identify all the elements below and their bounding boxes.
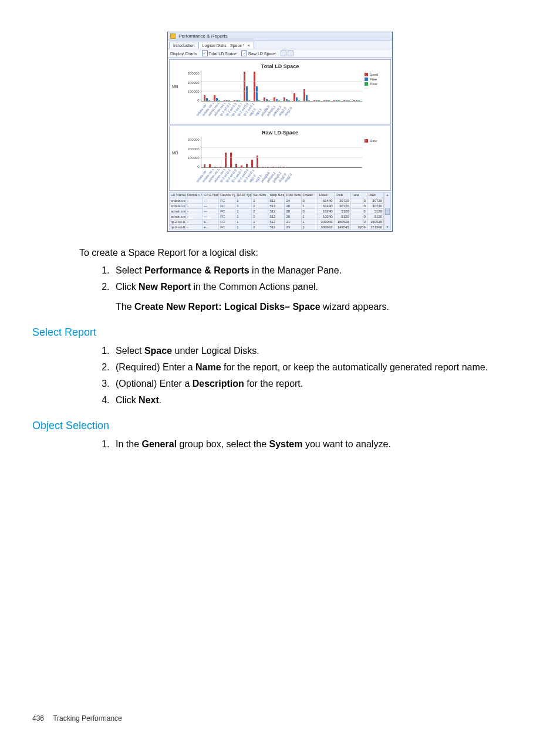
heading-object-selection: Object Selection [32,418,528,434]
app-window: Performance & Reports Introduction Logic… [167,32,393,232]
table-row[interactable]: srdata.usr.0----FC1251224061440307200307… [170,198,384,203]
checkbox-label: Total LD Space [209,52,237,56]
window-title: Performance & Reports [178,33,228,39]
table-row[interactable]: tp-2-sd-0.3-e...FC1251223130096314954532… [170,224,384,229]
scroll-up-icon[interactable]: ▲ [386,193,389,197]
list-item: Select Performance & Reports in the Mana… [112,264,528,278]
y-axis-label: MB [172,85,178,89]
chart-raw-ld-space: Raw LD Space MB 300000 200000 100000 0 R… [169,126,391,191]
document-body: To create a Space Report for a logical d… [79,246,528,451]
table-row[interactable]: srdata.usr.1----FC1251220161440307200307… [170,203,384,208]
tab-strip: Introduction Logical Disks - Space * × [168,40,392,49]
vertical-scrollbar[interactable]: ▲ ▼ [384,192,391,230]
table-row[interactable]: admin.usr.1----FC1251220110240512005120 [170,214,384,219]
chart-title: Raw LD Space [172,130,388,136]
tab-label: Introduction [173,43,195,48]
bar-plot [201,137,363,168]
checkbox-icon: ✓ [241,50,247,56]
app-icon [170,33,176,39]
chart-options-row: Display Charts ✓Total LD Space ✓Raw LD S… [168,49,392,58]
scroll-thumb[interactable] [385,208,390,215]
page-number: 436 [32,714,44,723]
window-titlebar: Performance & Reports [168,32,392,40]
checkbox-raw-ld-space[interactable]: ✓Raw LD Space [241,50,276,56]
tab-logical-disks-space[interactable]: Logical Disks - Space * × [198,42,254,49]
y-axis-ticks: 300000 200000 100000 0 [178,137,201,168]
legend-item: Free [370,77,377,81]
legend: Raw [362,137,388,168]
steps-list-select-report: Select Space under Logical Disks. (Requi… [79,344,528,407]
table-row[interactable]: tp-2-sd-0.2-e...FC1251221130105615052801… [170,219,384,224]
bar-plot [201,70,363,102]
y-axis-label: MB [172,151,178,155]
list-item: Click New Report in the Common Actions p… [112,280,528,314]
steps-list-main: Select Performance & Reports in the Mana… [79,264,528,314]
data-table: LD NameDomain NameCPG NameDevice TypeRAI… [169,192,384,230]
legend: Used Free Total [362,70,388,102]
tool-icon[interactable] [288,50,294,56]
checkbox-icon: ✓ [202,50,208,56]
heading-select-report: Select Report [32,325,528,340]
data-table-wrap: LD NameDomain NameCPG NameDevice TypeRAI… [169,192,391,230]
tab-introduction[interactable]: Introduction [169,42,199,49]
table-row[interactable]: admin.usr.0----FC1251220010240512005120 [170,208,384,214]
tab-label: Logical Disks - Space * [203,43,245,48]
y-axis-ticks: 300000 200000 100000 0 [178,70,201,102]
footer-text: Tracking Performance [53,714,122,723]
option-label: Display Charts [170,52,197,56]
steps-list-object-selection: In the General group box, select the Sys… [79,437,528,451]
list-item: Click Next. [112,393,528,407]
x-axis-labels: srdata.usrsrdata.usr.1admin.usr.0admin.u… [172,169,388,189]
close-icon[interactable]: × [248,43,250,48]
list-item: (Required) Enter a Name for the report, … [112,360,528,374]
checkbox-label: Raw LD Space [248,52,276,56]
intro-text: To create a Space Report for a logical d… [79,246,528,260]
list-item: Select Space under Logical Disks. [112,344,528,358]
legend-item: Used [370,73,378,76]
scroll-down-icon[interactable]: ▼ [386,225,389,229]
checkbox-total-ld-space[interactable]: ✓Total LD Space [202,50,237,56]
chart-title: Total LD Space [172,63,388,69]
page-footer: 436 Tracking Performance [32,714,122,723]
list-item: (Optional) Enter a Description for the r… [112,377,528,391]
toolbar-icons [281,50,294,56]
chart-total-ld-space: Total LD Space MB 300000 200000 100000 0… [169,59,391,124]
list-item: In the General group box, select the Sys… [112,437,528,451]
x-axis-labels: srdata.usrsrdata.usr.1admin.usr.0admin.u… [172,103,388,123]
legend-item: Raw [370,139,377,143]
legend-item: Total [370,82,377,86]
tool-icon[interactable] [281,50,286,56]
